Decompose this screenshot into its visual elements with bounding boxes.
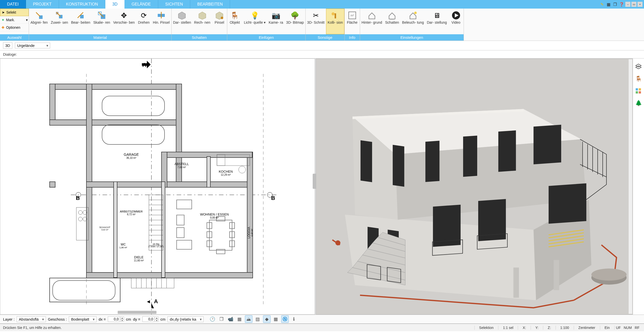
menu-sichten[interactable]: SICHTEN: [158, 0, 190, 9]
tool-icon[interactable]: ✎: [599, 2, 605, 7]
minimize-button[interactable]: –: [625, 2, 630, 7]
n-icon[interactable]: Ⓝ: [281, 315, 289, 323]
copy-icon[interactable]: ❐: [612, 2, 618, 7]
options-button[interactable]: ✚Optionen: [0, 24, 29, 31]
menu-datei[interactable]: DATEI: [0, 0, 26, 9]
verschieben-button[interactable]: ✥Verschie- ben: [112, 9, 136, 34]
ribbon-group-material: Abgrei- fen Zuwei- sen Bear- beiten Skal…: [29, 9, 172, 41]
3d-schnitt-button[interactable]: ✂3D- Schnitt: [306, 9, 326, 34]
help-icon[interactable]: ❓: [619, 2, 624, 7]
svg-rect-71: [177, 215, 184, 225]
mark-button[interactable]: ✦Mark.▾: [0, 16, 29, 24]
menu-gelaende[interactable]: GELÄNDE: [124, 0, 158, 9]
restore-button[interactable]: ▭: [631, 2, 636, 7]
clock-icon[interactable]: 🕑: [209, 315, 216, 323]
palette-tool-icon[interactable]: [635, 87, 642, 95]
furniture-tool-icon[interactable]: 🪑: [635, 75, 642, 83]
room-loggia: LOGGIA4,40 m²: [247, 227, 253, 238]
dy-field[interactable]: ▲▼: [142, 316, 158, 322]
brush-hint-icon: [156, 11, 166, 20]
hin-pinsel-button[interactable]: Hin. Pinsel: [151, 9, 171, 34]
side-tool-strip: 🪑 🌲: [633, 58, 644, 315]
drehen-button[interactable]: ⟳Drehen: [136, 9, 151, 34]
video-button[interactable]: Video: [448, 9, 464, 34]
menu-projekt[interactable]: PROJEKT: [26, 0, 59, 9]
group-material-label: Material: [29, 34, 171, 41]
svg-rect-42: [176, 84, 182, 187]
ribbon-group-einfuegen: 🪑Objekt 💡Licht- quelle ▾ 📷Kame- ra 🌳3D- …: [227, 9, 306, 41]
status-num: NUM: [622, 326, 633, 330]
geschoss-combo[interactable]: Bodenplatt: [69, 316, 96, 322]
room-arbeitszimmer: ARBEITSZIMMER8,72 m²: [120, 210, 143, 216]
objekt-button[interactable]: 🪑Objekt: [227, 9, 242, 34]
window-controls: ✎ ▦ ❐ ❓ – ▭ ×: [598, 0, 644, 9]
3d-bitmap-button[interactable]: 🌳3D- Bitmap: [285, 9, 305, 34]
darstellung-button[interactable]: 🖥Dar- stellung: [425, 9, 448, 34]
plane-icon[interactable]: ◆: [263, 315, 271, 323]
terrain-combo[interactable]: Urgelände: [15, 43, 50, 48]
zuweisen-button[interactable]: Zuwei- sen: [49, 9, 69, 34]
secondary-bar: 3D Urgelände: [0, 41, 644, 50]
kollision-button[interactable]: Kolli- sion: [326, 9, 344, 34]
menu-3d[interactable]: 3D: [105, 0, 124, 9]
mark-label: Mark.: [6, 18, 15, 22]
bearbeiten-button[interactable]: Bear- beiten: [70, 9, 92, 34]
collision-icon: [330, 11, 340, 20]
layers-icon[interactable]: ▦: [606, 2, 611, 7]
status-uf: UF: [614, 326, 622, 330]
scissors-icon: ✂: [311, 11, 321, 20]
svg-point-58: [239, 166, 246, 173]
wireframe-icon[interactable]: ▨: [254, 315, 262, 323]
darstellen-button[interactable]: Dar- stellen: [172, 9, 193, 34]
floor-plan-pane[interactable]: ◄ B B: [0, 58, 315, 315]
info-icon[interactable]: ℹ: [290, 315, 298, 323]
horizontal-scrollbar[interactable]: [118, 311, 156, 314]
menu-konstruktion[interactable]: KONSTRUKTION: [59, 0, 105, 9]
skalieren-button[interactable]: Skalie- ren: [92, 9, 112, 34]
relative-combo[interactable]: dx,dy (relativ ka: [168, 316, 204, 322]
layers-tool-icon[interactable]: [635, 63, 642, 71]
dx-field[interactable]: ▲▼: [108, 316, 124, 322]
copy2-icon[interactable]: ❐: [218, 315, 225, 323]
beleuchtung-button[interactable]: Beleuch- tung: [401, 9, 425, 34]
svg-point-86: [78, 217, 82, 221]
mountain-icon[interactable]: ⛰: [245, 315, 252, 323]
svg-marker-13: [199, 12, 206, 19]
room-abstell: ABSTELL7,63 m²: [174, 162, 189, 169]
cube-icon: [177, 11, 187, 20]
status-ein: Ein: [600, 326, 614, 330]
3d-view-pane[interactable]: [316, 58, 633, 315]
monitor-icon: 🖥: [432, 11, 442, 20]
svg-rect-50: [114, 182, 117, 278]
grid-icon[interactable]: ▦: [272, 315, 280, 323]
camera2-icon[interactable]: 📹: [227, 315, 234, 323]
vertical-scrollbar[interactable]: [629, 59, 632, 314]
abgreifen-button[interactable]: Abgrei- fen: [29, 9, 49, 34]
play-icon: [451, 11, 461, 20]
rechnen-button[interactable]: Rech- nen: [192, 9, 212, 34]
group-schatten-label: Schatten: [172, 34, 227, 41]
status-z: Z:: [543, 326, 555, 330]
svg-marker-21: [389, 13, 395, 19]
lichtquelle-button[interactable]: 💡Licht- quelle ▾: [242, 9, 267, 34]
svg-rect-119: [549, 183, 586, 224]
tree-icon: 🌳: [290, 11, 300, 20]
flaeche-button[interactable]: m²Fläche: [345, 9, 360, 34]
select-button[interactable]: ➤Selekt: [0, 9, 29, 16]
schatten-settings-button[interactable]: Schatten: [384, 9, 401, 34]
view-mode-3d[interactable]: 3D: [3, 42, 12, 49]
main-content: ◄ B B: [0, 58, 644, 315]
ribbon-group-sonstige: ✂3D- Schnitt Kolli- sion Sonstige: [306, 9, 345, 41]
hintergrund-button[interactable]: Hinter- grund: [360, 9, 384, 34]
tree-tool-icon[interactable]: 🌲: [635, 99, 642, 107]
pinsel-button[interactable]: Pinsel: [212, 9, 227, 34]
close-button[interactable]: ×: [637, 2, 642, 7]
svg-rect-41: [86, 84, 92, 187]
kamera-button[interactable]: 📷Kame- ra: [267, 9, 285, 34]
layer-combo[interactable]: Abstandsflä: [17, 316, 46, 322]
tiles-icon[interactable]: ▦: [236, 315, 243, 323]
plus-icon: ✚: [1, 25, 5, 29]
svg-text:A: A: [154, 298, 158, 304]
menu-bearbeiten[interactable]: BEARBEITEN: [190, 0, 230, 9]
svg-marker-29: [151, 303, 154, 308]
